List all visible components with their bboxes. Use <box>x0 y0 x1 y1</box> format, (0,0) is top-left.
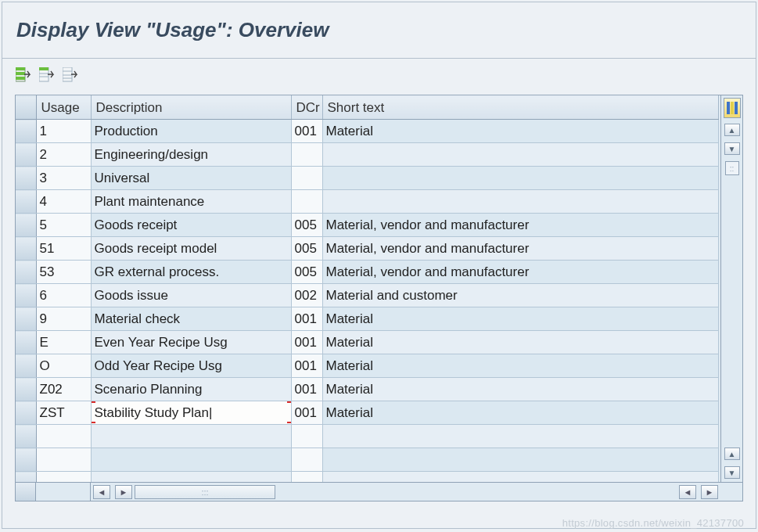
table-row[interactable]: Z02Scenario Planning001Material <box>16 378 719 401</box>
table-row[interactable]: 6Goods issue002Material and customer <box>16 284 719 307</box>
toolbar-select-block-button[interactable] <box>38 66 57 84</box>
cell-shorttext[interactable]: Material <box>322 378 719 401</box>
cell-description[interactable]: Plant maintenance <box>91 190 291 214</box>
cell-dcr[interactable]: 005 <box>291 261 322 284</box>
column-selector[interactable] <box>16 96 36 120</box>
table-row[interactable]: 1Production001Material <box>16 120 719 143</box>
cell-dcr[interactable]: 001 <box>291 354 322 378</box>
column-header-usage[interactable]: Usage <box>36 96 91 120</box>
table-row[interactable] <box>16 425 719 448</box>
cell-shorttext[interactable]: Material <box>322 401 719 425</box>
hscroll-left-button-2[interactable]: ◄ <box>679 485 696 499</box>
column-header-dcr[interactable]: DCr <box>291 96 322 120</box>
column-header-description[interactable]: Description <box>91 96 291 120</box>
row-selector[interactable] <box>16 167 36 190</box>
cell-description[interactable]: Odd Year Recipe Usg <box>91 354 291 378</box>
cell-usage[interactable]: 4 <box>36 190 91 214</box>
scroll-down-button-bottom[interactable]: ▼ <box>724 466 740 479</box>
cell-usage[interactable]: 2 <box>36 143 91 167</box>
cell-usage[interactable]: 6 <box>36 284 91 307</box>
cell-usage[interactable] <box>36 425 91 448</box>
cell-usage[interactable] <box>36 448 91 472</box>
cell-usage[interactable]: ZST <box>36 401 91 425</box>
row-selector[interactable] <box>16 448 36 472</box>
cell-shorttext[interactable] <box>322 167 719 190</box>
row-selector[interactable] <box>16 214 36 237</box>
cell-dcr[interactable]: 001 <box>291 331 322 354</box>
table-row[interactable]: 53GR external process.005Material, vendo… <box>16 261 719 284</box>
hscroll-track[interactable]: ::: <box>135 485 275 499</box>
hscroll-left-button[interactable]: ◄ <box>93 485 110 499</box>
table-row[interactable]: EEven Year Recipe Usg001Material <box>16 331 719 354</box>
cell-description[interactable]: Even Year Recipe Usg <box>91 331 291 354</box>
cell-dcr[interactable]: 002 <box>291 284 322 307</box>
table-row[interactable]: 5Goods receipt005Material, vendor and ma… <box>16 214 719 237</box>
table-row[interactable]: ZSTStability Study Plan|001Material <box>16 401 719 425</box>
cell-dcr[interactable]: 005 <box>291 214 322 237</box>
cell-usage[interactable]: 51 <box>36 237 91 261</box>
cell-description[interactable]: Engineering/design <box>91 143 291 167</box>
cell-shorttext[interactable]: Material <box>322 331 719 354</box>
cell-description[interactable]: Goods receipt model <box>91 237 291 261</box>
cell-shorttext[interactable]: Material and customer <box>322 284 719 307</box>
cell-dcr[interactable] <box>291 143 322 167</box>
hscroll-right-button[interactable]: ► <box>115 485 132 499</box>
cell-dcr[interactable] <box>291 448 322 472</box>
scroll-up-button[interactable]: ▲ <box>724 124 740 136</box>
cell-usage[interactable]: 9 <box>36 307 91 331</box>
cell-dcr[interactable] <box>291 190 322 214</box>
cell-description[interactable]: Material check <box>91 307 291 331</box>
toolbar-select-all-button[interactable] <box>15 66 34 84</box>
row-selector[interactable] <box>16 354 36 378</box>
cell-dcr[interactable]: 005 <box>291 237 322 261</box>
cell-description[interactable]: Production <box>91 120 291 143</box>
row-selector[interactable] <box>16 284 36 307</box>
row-selector[interactable] <box>16 307 36 331</box>
cell-shorttext[interactable]: Material, vendor and manufacturer <box>322 237 719 261</box>
cell-description[interactable]: Goods issue <box>91 284 291 307</box>
cell-dcr[interactable] <box>291 167 322 190</box>
row-selector[interactable] <box>16 120 36 143</box>
table-row[interactable] <box>16 448 719 472</box>
cell-usage[interactable]: Z02 <box>36 378 91 401</box>
cell-shorttext[interactable]: Material <box>322 307 719 331</box>
cell-description[interactable]: GR external process. <box>91 261 291 284</box>
scroll-down-button[interactable]: ▼ <box>724 142 740 155</box>
cell-dcr[interactable] <box>291 425 322 448</box>
scroll-drag-handle[interactable]: :: <box>725 161 739 175</box>
row-selector[interactable] <box>16 425 36 448</box>
row-selector[interactable] <box>16 331 36 354</box>
cell-shorttext[interactable]: Material, vendor and manufacturer <box>322 214 719 237</box>
cell-shorttext[interactable]: Material <box>322 354 719 378</box>
table-row[interactable]: 3Universal <box>16 167 719 190</box>
row-selector[interactable] <box>16 378 36 401</box>
cell-usage[interactable]: 3 <box>36 167 91 190</box>
table-row[interactable]: 4Plant maintenance <box>16 190 719 214</box>
cell-dcr[interactable]: 001 <box>291 378 322 401</box>
cell-description[interactable] <box>91 448 291 472</box>
row-selector[interactable] <box>16 261 36 284</box>
cell-dcr[interactable]: 001 <box>291 401 322 425</box>
cell-usage[interactable]: O <box>36 354 91 378</box>
cell-usage[interactable]: 5 <box>36 214 91 237</box>
row-selector[interactable] <box>16 190 36 214</box>
cell-usage[interactable]: 1 <box>36 120 91 143</box>
cell-usage[interactable]: E <box>36 331 91 354</box>
cell-shorttext[interactable] <box>322 448 719 472</box>
cell-shorttext[interactable]: Material <box>322 120 719 143</box>
cell-dcr[interactable]: 001 <box>291 307 322 331</box>
row-selector[interactable] <box>16 237 36 261</box>
cell-shorttext[interactable] <box>322 143 719 167</box>
cell-description[interactable]: Goods receipt <box>91 214 291 237</box>
hscroll-right-button-2[interactable]: ► <box>701 485 718 499</box>
column-header-shorttext[interactable]: Short text <box>322 96 719 120</box>
table-row[interactable]: 51Goods receipt model005Material, vendor… <box>16 237 719 261</box>
cell-usage[interactable]: 53 <box>36 261 91 284</box>
cell-description[interactable]: Scenario Planning <box>91 378 291 401</box>
table-row[interactable]: OOdd Year Recipe Usg001Material <box>16 354 719 378</box>
cell-shorttext[interactable] <box>322 425 719 448</box>
toolbar-deselect-all-button[interactable] <box>62 66 81 84</box>
cell-description[interactable]: Stability Study Plan| <box>91 401 291 425</box>
cell-shorttext[interactable] <box>322 190 719 214</box>
cell-description[interactable] <box>91 425 291 448</box>
